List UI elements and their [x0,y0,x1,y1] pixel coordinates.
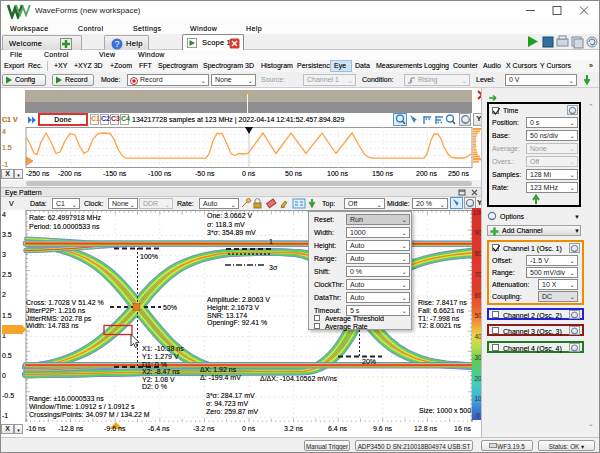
svg-text:Rate: 62.4997918 MHz: Rate: 62.4997918 MHz [29,214,101,221]
svg-text:Y1: 1.279 V: Y1: 1.279 V [142,353,179,360]
svg-text:3*σ: 354.89 mV: 3*σ: 354.89 mV [207,229,256,236]
svg-text:JitterP2P: 1.216 ns: JitterP2P: 1.216 ns [26,307,86,314]
svg-text:20%: 20% [362,358,376,365]
svg-text:σ: 94.723 mV: σ: 94.723 mV [206,400,248,407]
svg-text:Amplitude: 2.8063 V: Amplitude: 2.8063 V [207,296,270,304]
svg-text:σ: 118.3 mV: σ: 118.3 mV [207,221,245,228]
svg-text:Fall: 6.6621 ns: Fall: 6.6621 ns [418,307,464,314]
svg-text:ΔX: 1.92 ns: ΔX: 1.92 ns [200,366,237,373]
svg-text:Y2: 1.08 V: Y2: 1.08 V [142,376,175,383]
svg-text:Rise: 7.8417 ns: Rise: 7.8417 ns [418,299,467,306]
svg-text:T2: 8.0021 ns: T2: 8.0021 ns [418,322,461,329]
svg-text:Window/Time: 1.0912 s / 1.0912: Window/Time: 1.0912 s / 1.0912 s [29,403,135,410]
svg-text:100%: 100% [140,253,158,260]
svg-text:Size: 1000 x 500: Size: 1000 x 500 [419,407,471,414]
svg-text:X1: -10.38 ns: X1: -10.38 ns [142,345,184,352]
svg-text:Crossings/Points: 34.097 M /: Crossings/Points: 34.097 M / 134.22 M [29,411,150,419]
svg-text:D2: 0 %: D2: 0 % [142,383,167,390]
svg-text:SNR: 13.174: SNR: 13.174 [207,312,247,319]
svg-text:OpeningF: 92.41 %: OpeningF: 92.41 % [207,319,267,327]
svg-text:X2: -8.47 ns: X2: -8.47 ns [142,368,180,375]
svg-text:Δ/ΔX: -104.10562 mV/ns: Δ/ΔX: -104.10562 mV/ns [260,375,338,382]
svg-text:3σ: 3σ [269,264,278,271]
svg-text:50%: 50% [163,304,177,311]
svg-text:1: 1 [269,238,273,245]
svg-text:Zero: 259.87 mV: Zero: 259.87 mV [206,408,258,415]
svg-text:Period: 16.0000533 ns: Period: 16.0000533 ns [29,223,100,230]
svg-text:One: 3.0662 V: One: 3.0662 V [207,212,252,219]
svg-text:?: ? [114,39,119,49]
svg-text:D1: 0 %: D1: 0 % [142,361,167,368]
svg-text:Range: ±16.0000533 ns: Range: ±16.0000533 ns [29,395,104,403]
svg-text:Width: 14.783 ns: Width: 14.783 ns [26,322,79,329]
svg-text:Δ: -199.4 mV: Δ: -199.4 mV [200,374,241,381]
svg-text:Cross: 1.7028 V 51.42 %: Cross: 1.7028 V 51.42 % [26,299,104,306]
svg-text:T1: -7.998 ns: T1: -7.998 ns [418,315,460,322]
svg-text:3*σ: 284.17 mV: 3*σ: 284.17 mV [206,392,255,399]
